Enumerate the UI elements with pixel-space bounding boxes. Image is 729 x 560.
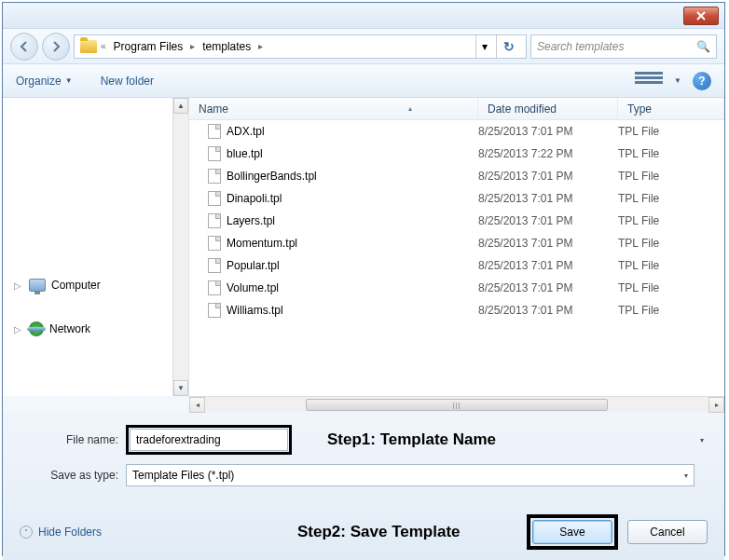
file-icon — [208, 280, 221, 295]
file-row[interactable]: Popular.tpl 8/25/2013 7:01 PM TPL File — [189, 254, 724, 277]
search-input[interactable] — [537, 40, 691, 53]
scroll-thumb[interactable]: ||| — [306, 399, 608, 411]
file-date: 8/25/2013 7:01 PM — [478, 281, 618, 294]
view-options-button[interactable] — [635, 72, 663, 90]
saveas-combo[interactable]: Template Files (*.tpl) ▾ — [126, 464, 695, 486]
file-date: 8/25/2013 7:22 PM — [478, 147, 618, 160]
step2-annotation: Step2: Save Template — [297, 523, 460, 541]
organize-label: Organize — [16, 75, 62, 88]
caret-down-icon[interactable]: ▼ — [674, 76, 681, 85]
file-date: 8/25/2013 7:01 PM — [478, 192, 618, 205]
file-row[interactable]: Volume.tpl 8/25/2013 7:01 PM TPL File — [189, 277, 724, 299]
file-type: TPL File — [618, 170, 724, 183]
saveas-value: Template Files (*.tpl) — [132, 469, 684, 482]
search-icon[interactable]: 🔍 — [696, 40, 710, 53]
column-date[interactable]: Date modified — [478, 98, 618, 119]
close-button[interactable] — [683, 7, 719, 25]
caret-down-icon: ▾ — [684, 471, 688, 480]
expand-icon[interactable]: ▷ — [14, 324, 23, 335]
sidebar: ▷ Computer ▷ Network ▲ ▼ — [3, 98, 189, 396]
sidebar-item-network[interactable]: ▷ Network — [3, 316, 188, 342]
scroll-up-button[interactable]: ▲ — [173, 98, 188, 114]
breadcrumb-templates[interactable]: templates — [199, 38, 254, 55]
file-icon — [208, 236, 221, 251]
scroll-right-button[interactable]: ▸ — [708, 397, 724, 413]
file-type: TPL File — [618, 281, 724, 294]
hide-folders-button[interactable]: ˄ Hide Folders — [20, 526, 102, 539]
file-date: 8/25/2013 7:01 PM — [478, 259, 618, 272]
arrow-right-icon — [49, 40, 62, 53]
filename-label: File name: — [20, 433, 118, 446]
file-icon — [208, 146, 221, 161]
new-folder-button[interactable]: New folder — [101, 75, 154, 88]
filename-input[interactable] — [130, 429, 288, 451]
sidebar-label: Computer — [51, 279, 101, 292]
file-list: ADX.tpl 8/25/2013 7:01 PM TPL File blue.… — [189, 120, 724, 396]
file-row[interactable]: Dinapoli.tpl 8/25/2013 7:01 PM TPL File — [189, 187, 724, 210]
cancel-button[interactable]: Cancel — [627, 520, 708, 544]
file-icon — [208, 191, 221, 206]
file-row[interactable]: ADX.tpl 8/25/2013 7:01 PM TPL File — [189, 120, 724, 143]
column-name[interactable]: Name ▴ — [189, 98, 478, 119]
file-name: Popular.tpl — [227, 259, 280, 272]
file-date: 8/25/2013 7:01 PM — [478, 170, 618, 183]
file-row[interactable]: Williams.tpl 8/25/2013 7:01 PM TPL File — [189, 299, 724, 321]
sidebar-label: Network — [49, 322, 90, 335]
network-icon — [29, 321, 44, 336]
titlebar — [3, 3, 724, 29]
refresh-button[interactable]: ↻ — [496, 35, 520, 58]
scroll-down-button[interactable]: ▼ — [173, 380, 188, 396]
address-bar[interactable]: « Program Files ▸ templates ▸ ▾ ↻ — [74, 34, 527, 59]
file-row[interactable]: blue.tpl 8/25/2013 7:22 PM TPL File — [189, 143, 724, 165]
file-icon — [208, 124, 221, 139]
step1-annotation: Step1: Template Name — [327, 430, 496, 449]
file-row[interactable]: Momentum.tpl 8/25/2013 7:01 PM TPL File — [189, 232, 724, 254]
file-name: Dinapoli.tpl — [227, 192, 282, 205]
file-type: TPL File — [618, 125, 724, 138]
file-name: Layers.tpl — [227, 214, 275, 227]
breadcrumb-sep: « — [101, 41, 106, 51]
button-row: ˄ Hide Folders Step2: Save Template Save… — [3, 505, 724, 560]
caret-down-icon: ▼ — [65, 76, 73, 85]
column-type[interactable]: Type — [618, 98, 724, 119]
back-button[interactable] — [10, 33, 38, 61]
organize-button[interactable]: Organize ▼ — [16, 75, 73, 88]
sidebar-item-computer[interactable]: ▷ Computer — [3, 273, 188, 297]
filename-highlight — [126, 425, 292, 455]
file-type: TPL File — [618, 304, 724, 317]
file-name: BollingerBands.tpl — [227, 170, 317, 183]
nav-bar: « Program Files ▸ templates ▸ ▾ ↻ 🔍 — [3, 29, 724, 64]
file-type: TPL File — [618, 192, 724, 205]
computer-icon — [29, 279, 46, 292]
chevron-right-icon: ▸ — [258, 41, 263, 51]
main-area: ▷ Computer ▷ Network ▲ ▼ Name ▴ — [3, 98, 724, 396]
refresh-icon: ↻ — [503, 39, 515, 54]
column-headers: Name ▴ Date modified Type — [189, 98, 724, 120]
file-name: Williams.tpl — [227, 304, 283, 317]
breadcrumb-program-files[interactable]: Program Files — [110, 38, 187, 55]
file-type: TPL File — [618, 237, 724, 250]
help-button[interactable]: ? — [693, 72, 711, 90]
saveas-label: Save as type: — [20, 469, 118, 482]
sidebar-scrollbar[interactable]: ▲ ▼ — [172, 98, 188, 396]
file-date: 8/25/2013 7:01 PM — [478, 125, 618, 138]
search-box[interactable]: 🔍 — [530, 34, 717, 59]
close-icon — [696, 11, 706, 20]
caret-down-icon[interactable]: ▾ — [700, 436, 704, 444]
sort-asc-icon: ▴ — [408, 104, 412, 113]
chevron-up-icon: ˄ — [20, 526, 33, 539]
file-name: blue.tpl — [227, 147, 263, 160]
file-name: Volume.tpl — [227, 281, 279, 294]
new-folder-label: New folder — [101, 75, 154, 88]
save-button[interactable]: Save — [532, 520, 612, 544]
scroll-left-button[interactable]: ◂ — [189, 397, 205, 413]
scroll-track[interactable] — [173, 114, 188, 380]
file-row[interactable]: Layers.tpl 8/25/2013 7:01 PM TPL File — [189, 210, 724, 232]
forward-button[interactable] — [42, 33, 70, 61]
address-dropdown[interactable]: ▾ — [475, 35, 492, 58]
horizontal-scrollbar[interactable]: ◂ ||| ▸ — [189, 396, 724, 412]
file-type: TPL File — [618, 259, 724, 272]
expand-icon[interactable]: ▷ — [14, 280, 23, 291]
file-icon — [208, 303, 221, 318]
file-row[interactable]: BollingerBands.tpl 8/25/2013 7:01 PM TPL… — [189, 165, 724, 187]
